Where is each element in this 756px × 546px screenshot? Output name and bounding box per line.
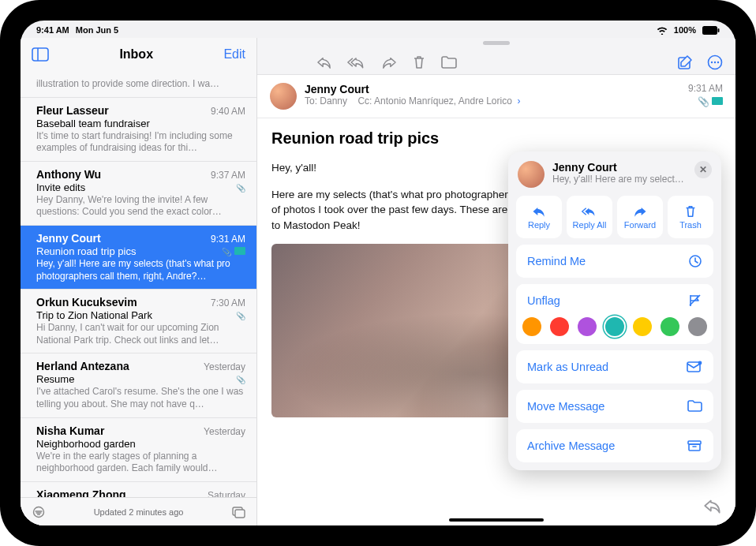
more-icon[interactable] [707,54,723,70]
remind-me-button[interactable]: Remind Me [516,245,713,278]
from-name[interactable]: Jenny Court [305,83,680,95]
home-indicator[interactable] [449,518,544,522]
mail-subject: Baseball team fundraiser [36,118,150,129]
mail-preview: Hey Danny, We're loving the invite! A fe… [36,194,245,219]
sheet-preview: Hey, y'all! Here are my selects (that's… [552,174,687,185]
mail-item[interactable]: Fleur Lasseur9:40 AMBaseball team fundra… [21,98,256,162]
svg-point-10 [714,61,716,62]
updated-label: Updated 2 minutes ago [94,507,184,517]
mail-list[interactable]: illustration to provide some direction. … [21,71,256,497]
unflag-button[interactable]: Unflag [516,284,713,317]
reply-icon[interactable] [316,55,333,69]
svg-rect-1 [718,28,720,32]
flag-color-dot[interactable] [633,317,652,336]
mail-subject: Trip to Zion National Park [36,309,152,321]
mail-item[interactable]: Jenny Court9:31 AMReunion road trip pics… [21,226,256,290]
flag-color-dot[interactable] [661,317,679,336]
flag-color-dot[interactable] [688,317,707,336]
mail-item[interactable]: Herland AntezanaYesterdayResume📎I've att… [21,353,256,417]
flag-color-dot[interactable] [605,317,624,336]
svg-rect-6 [235,510,245,518]
mail-time: Yesterday [204,426,245,437]
svg-point-15 [698,361,702,365]
quick-reply-icon[interactable] [702,497,723,518]
mail-time: 9:31 AM [211,234,245,245]
sidebar-toggle-icon[interactable] [32,47,49,62]
flag-icon [234,247,245,255]
mail-sender: Xiaomeng Zhong [36,488,126,497]
flag-color-row [516,317,713,344]
multitask-pill[interactable] [483,41,510,45]
sheet-name: Jenny Court [552,161,687,174]
mail-sender: Anthony Wu [36,168,101,181]
archive-message-button[interactable]: Archive Message [516,429,713,462]
mailboxes-icon[interactable] [231,506,245,518]
mail-preview: Hey, y'all! Here are my selects (that's … [36,258,245,282]
flag-color-dot[interactable] [550,317,569,336]
screen: 9:41 AM Mon Jun 5 100% In [21,21,735,525]
status-time: 9:41 AM [36,25,69,35]
status-bar: 9:41 AM Mon Jun 5 100% [21,21,735,38]
mail-time: 9:40 AM [211,106,245,117]
forward-icon[interactable] [380,55,398,69]
flag-color-dot[interactable] [522,317,541,336]
attachment-icon: 📎 [222,248,231,256]
attachment-icon: 📎 [236,184,245,193]
mail-item-partial[interactable]: illustration to provide some direction. … [21,71,256,98]
sidebar: Inbox Edit illustration to provide some … [21,38,257,525]
folder-icon[interactable] [440,55,458,69]
reply-all-button[interactable]: Reply All [567,196,612,238]
mail-item[interactable]: Orkun Kucuksevim7:30 AMTrip to Zion Nati… [21,290,256,353]
mail-item[interactable]: Anthony Wu9:37 AMInvite edits📎Hey Danny,… [21,162,256,226]
sidebar-footer: Updated 2 minutes ago [21,497,256,525]
forward-button[interactable]: Forward [617,196,663,238]
mail-sender: Orkun Kucuksevim [36,296,137,309]
envelope-icon [687,361,702,373]
close-icon[interactable]: ✕ [694,161,712,178]
svg-rect-14 [687,362,700,372]
wifi-icon [657,26,668,35]
recipients[interactable]: To: Danny Cc: Antonio Manríquez, Andre L… [305,95,680,107]
svg-point-11 [717,61,719,62]
unflag-icon [688,294,702,308]
svg-rect-17 [689,444,700,451]
sheet-avatar [518,161,545,188]
device-frame: 9:41 AM Mon Jun 5 100% In [0,0,756,546]
action-sheet: Jenny Court Hey, y'all! Here are my sele… [508,151,721,470]
reply-button[interactable]: Reply [516,196,562,238]
mark-unread-button[interactable]: Mark as Unread [516,350,713,383]
mail-subject: Reunion road trip pics [36,245,136,257]
filter-icon[interactable] [32,506,46,518]
avatar[interactable] [270,83,297,110]
mail-sender: Fleur Lasseur [36,104,109,117]
mail-time: Saturday [208,490,245,497]
status-date: Mon Jun 5 [76,25,118,35]
svg-point-4 [34,507,44,517]
flag-color-dot[interactable] [578,317,597,336]
message-subject: Reunion road trip pics [271,129,721,148]
flag-icon [712,97,723,105]
move-message-button[interactable]: Move Message [516,390,713,423]
mail-item[interactable]: Xiaomeng ZhongSaturdayPark PhotosHi Dann… [21,482,256,497]
chevron-right-icon: › [515,95,520,107]
reply-all-icon[interactable] [347,55,366,69]
svg-rect-2 [32,48,48,61]
message-header: Jenny Court To: Danny Cc: Antonio Manríq… [257,75,735,118]
sidebar-header: Inbox Edit [21,38,256,71]
attachment-icon: 📎 [236,312,245,320]
svg-rect-0 [702,26,717,35]
svg-point-9 [711,61,713,62]
mail-time: Yesterday [204,361,245,372]
attachment-icon: 📎 [236,376,245,384]
trash-button[interactable]: Trash [668,196,713,238]
mail-item[interactable]: Nisha KumarYesterdayNeighborhood gardenW… [21,418,256,482]
battery-icon [702,26,720,35]
folder-icon [687,400,702,413]
trash-icon[interactable] [412,54,426,70]
edit-button[interactable]: Edit [223,47,245,62]
mail-subject: Neighborhood garden [36,438,136,450]
compose-icon[interactable] [677,54,693,70]
mail-time: 9:37 AM [211,170,245,181]
mail-preview: We're in the early stages of planning a … [36,451,245,475]
mail-subject: Invite edits [36,181,85,193]
